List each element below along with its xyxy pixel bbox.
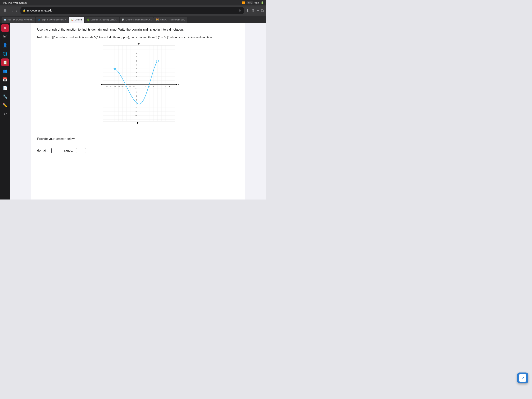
domain-input[interactable] (51, 148, 61, 153)
calendar-icon: 📅 (3, 77, 8, 82)
svg-text:−1: −1 (133, 85, 135, 87)
svg-text:1: 1 (136, 79, 137, 81)
svg-text:−7: −7 (110, 85, 112, 87)
tabs-button[interactable]: ⧉ (261, 8, 264, 13)
time: 4:09 PM (2, 1, 12, 4)
sidebar-item-back[interactable]: ↩ (1, 110, 9, 118)
lock-icon: 🔒 (23, 9, 26, 12)
svg-text:2: 2 (145, 85, 146, 87)
new-tab-button[interactable]: + (257, 8, 259, 13)
close-icon: ✕ (4, 26, 6, 30)
svg-text:6: 6 (161, 85, 162, 87)
date: Wed Sep 25 (13, 1, 27, 4)
edit-icon: ✏️ (3, 103, 8, 108)
sidebar-item-edit[interactable]: ✏️ (1, 101, 9, 109)
tab-mail-title: Mail - Mia-Grace Nevarez... (7, 19, 33, 21)
sidebar-item-bank[interactable]: 🏛 (1, 33, 9, 40)
clearer-favicon: 💬 (121, 18, 124, 21)
svg-text:4: 4 (153, 85, 154, 87)
svg-text:1: 1 (141, 85, 142, 87)
tab-clearer-title: Clearer Communication A... (125, 19, 152, 21)
svg-text:8: 8 (169, 85, 170, 87)
person-icon: 👤 (3, 43, 8, 48)
sidebar-item-groups[interactable]: 👥 (1, 67, 9, 75)
groups-icon: 👥 (3, 69, 8, 73)
svg-text:−4: −4 (135, 99, 137, 101)
sidebar-toggle-button[interactable]: ⊞ (2, 8, 8, 13)
provide-answer-text: Provide your answer below: (37, 137, 239, 141)
wifi-icon: 📶 (242, 1, 245, 4)
vpn-badge: VPN (247, 1, 253, 4)
range-label: range: (64, 149, 73, 152)
tab-desmos-title: Desmos | Graphing Calcul... (90, 19, 117, 21)
address-bar[interactable]: 🔒 mycourses.utrgv.edu ↻ (20, 7, 244, 14)
answer-section: Provide your answer below: domain: range… (37, 134, 239, 157)
range-input[interactable] (76, 148, 86, 153)
document-icon: 📄 (3, 86, 8, 90)
tab-mathai[interactable]: 🧮 Math AI - Photo Math Sol... (154, 17, 187, 23)
graph-container: −8 −7 −6 −5 −4 −3 −2 −1 1 2 3 4 5 6 (37, 44, 239, 129)
svg-text:5: 5 (136, 64, 137, 66)
svg-text:5: 5 (157, 85, 158, 87)
svg-text:−4: −4 (121, 85, 123, 87)
tools-icon: 🔧 (3, 94, 8, 99)
tab-signin-close[interactable]: ✕ (65, 19, 67, 21)
svg-text:3: 3 (149, 85, 150, 87)
left-sidebar: ✕ 🏛 👤 🌐 📋 👥 📅 📄 🔧 ✏️ ↩ (0, 23, 10, 200)
svg-text:2: 2 (136, 76, 137, 77)
svg-text:7: 7 (165, 85, 166, 87)
svg-text:−6: −6 (135, 107, 137, 109)
mathai-favicon: 🧮 (156, 18, 159, 21)
mail-favicon: 📧 (4, 18, 6, 21)
svg-text:8: 8 (136, 52, 137, 54)
tab-content[interactable]: 📊 Content (69, 17, 84, 23)
question-main: Use the graph of the function to find it… (37, 27, 239, 32)
back-button[interactable]: ‹ (10, 8, 14, 13)
sidebar-item-globe[interactable]: 🌐 (1, 50, 9, 58)
svg-text:7: 7 (136, 56, 137, 58)
forward-button[interactable]: › (15, 8, 19, 13)
battery-icon: 🔋 (261, 1, 264, 4)
svg-text:−8: −8 (135, 115, 137, 116)
bank-icon: 🏛 (3, 34, 7, 39)
content-favicon: 📊 (71, 18, 74, 21)
content-icon: 📋 (3, 60, 8, 65)
svg-text:−2: −2 (129, 85, 131, 87)
tab-desmos[interactable]: 🌿 Desmos | Graphing Calcul... (85, 17, 119, 23)
status-bar: 4:09 PM Wed Sep 25 📶 VPN 66% 🔋 (0, 0, 266, 6)
graph-svg: −8 −7 −6 −5 −4 −3 −2 −1 1 2 3 4 5 6 (97, 44, 179, 129)
desmos-favicon: 🌿 (87, 18, 89, 21)
tabs-bar: 📧 Mail - Mia-Grace Nevarez... ⊞ Sign in … (0, 16, 266, 23)
tab-mail[interactable]: 📧 Mail - Mia-Grace Nevarez... (1, 17, 35, 23)
svg-text:−5: −5 (118, 85, 120, 87)
svg-text:y: y (139, 44, 140, 45)
sidebar-item-content[interactable]: 📋 (1, 58, 9, 66)
share-button[interactable]: ⬆ (251, 8, 255, 13)
sidebar-close-button[interactable]: ✕ (1, 24, 9, 32)
download-button[interactable]: ⬇ (246, 8, 249, 13)
reload-button[interactable]: ↻ (238, 8, 242, 13)
sidebar-item-person[interactable]: 👤 (1, 41, 9, 49)
sidebar-item-document[interactable]: 📄 (1, 84, 9, 92)
svg-text:4: 4 (136, 68, 137, 70)
svg-text:x: x (178, 83, 179, 86)
svg-rect-0 (103, 45, 175, 121)
svg-text:−5: −5 (135, 103, 137, 105)
url-text: mycourses.utrgv.edu (27, 9, 52, 12)
browser-chrome: ⊞ ‹ › 🔒 mycourses.utrgv.edu ↻ ⬇ ⬆ + ⧉ (0, 6, 266, 16)
tab-signin[interactable]: ⊞ Sign in to your account ✕ (36, 17, 69, 23)
open-point (157, 60, 158, 62)
svg-text:3: 3 (136, 72, 137, 74)
tab-content-title: Content (75, 19, 82, 21)
globe-icon: 🌐 (3, 51, 8, 56)
question-note: Note: Use "[]" to include endpoints (clo… (37, 35, 239, 39)
tab-clearer[interactable]: 💬 Clearer Communication A... (120, 17, 154, 23)
domain-label: domain: (37, 149, 48, 152)
svg-text:6: 6 (136, 60, 137, 62)
sidebar-item-calendar[interactable]: 📅 (1, 76, 9, 83)
tab-signin-title: Sign in to your account (42, 19, 63, 21)
svg-text:−6: −6 (114, 85, 116, 87)
sidebar-item-tools[interactable]: 🔧 (1, 93, 9, 101)
closed-point (114, 68, 116, 70)
signin-favicon: ⊞ (38, 18, 40, 21)
